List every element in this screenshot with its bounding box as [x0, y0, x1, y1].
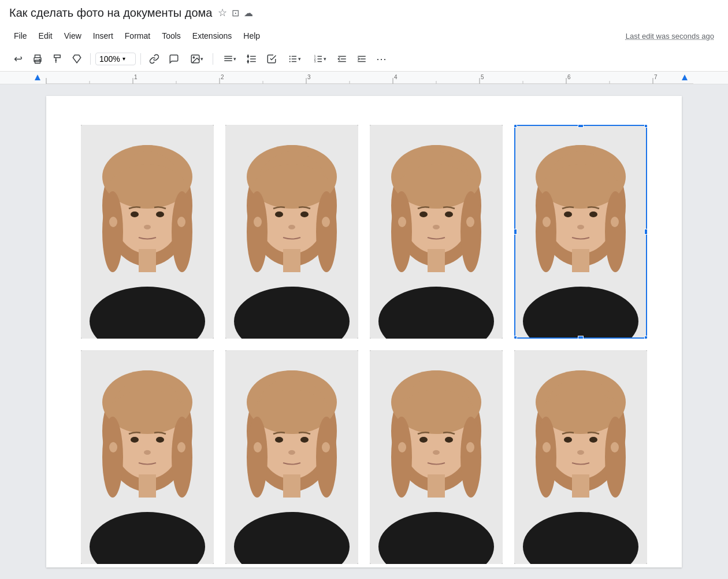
- paint-format-button[interactable]: [49, 50, 66, 68]
- svg-point-64: [177, 217, 185, 227]
- checklist-button[interactable]: [263, 50, 280, 68]
- bullet-list-button[interactable]: ▾: [283, 50, 306, 68]
- photo-cell-7[interactable]: [370, 350, 503, 564]
- svg-point-147: [316, 417, 337, 498]
- copy-format-button[interactable]: [68, 50, 86, 68]
- indent-increase-button[interactable]: [353, 50, 370, 68]
- svg-point-86: [419, 211, 428, 217]
- indent-decrease-button[interactable]: [333, 50, 351, 68]
- svg-point-179: [543, 442, 551, 452]
- photo-grid: ⋮: [69, 113, 659, 576]
- menu-help[interactable]: Help: [239, 29, 265, 43]
- print-button[interactable]: [29, 50, 46, 68]
- resize-handle-tr[interactable]: [644, 125, 647, 128]
- toolbar: ↩ 100% ▾: [0, 46, 728, 72]
- paint-format-icon: [52, 54, 62, 64]
- svg-point-82: [391, 191, 412, 272]
- undo-button[interactable]: ↩: [9, 50, 27, 68]
- svg-point-176: [564, 437, 572, 443]
- image-button[interactable]: ▾: [185, 50, 208, 68]
- menu-file[interactable]: File: [9, 29, 32, 43]
- link-button[interactable]: [146, 50, 163, 68]
- resize-handle-tm[interactable]: [578, 125, 584, 128]
- svg-point-153: [254, 442, 262, 452]
- photo-cell-3[interactable]: [370, 125, 503, 339]
- svg-point-163: [419, 437, 428, 443]
- ordered-list-icon: 1. 2. 3.: [313, 54, 324, 64]
- menu-format[interactable]: Format: [120, 29, 155, 43]
- toolbar-divider-1: [90, 53, 91, 65]
- menu-tools[interactable]: Tools: [157, 29, 185, 43]
- photo-cell-5[interactable]: [81, 350, 214, 564]
- menu-edit[interactable]: Edit: [34, 29, 57, 43]
- svg-rect-58: [139, 249, 156, 272]
- toolbar-divider-3: [213, 53, 213, 65]
- svg-point-133: [102, 417, 123, 498]
- resize-handle-ml[interactable]: [514, 229, 517, 235]
- passport-photo-2: [225, 125, 358, 339]
- bullet-dropdown-icon: ▾: [298, 56, 301, 62]
- align-button[interactable]: ▾: [218, 50, 241, 68]
- photo-cell-1[interactable]: [81, 125, 214, 339]
- title-icons: ☆ ⊡ ☁: [218, 6, 253, 19]
- menu-insert[interactable]: Insert: [88, 29, 118, 43]
- linespacing-icon: [247, 54, 257, 64]
- svg-point-151: [300, 437, 309, 443]
- photo-cell-2[interactable]: [225, 125, 358, 339]
- resize-handle-mr[interactable]: [644, 229, 647, 235]
- resize-handle-tl[interactable]: [514, 125, 517, 128]
- photo-cell-8[interactable]: [514, 350, 647, 564]
- resize-handle-bl[interactable]: [514, 336, 517, 339]
- linespacing-button[interactable]: [243, 50, 261, 68]
- image-icon: [190, 54, 200, 64]
- cloud-icon[interactable]: ☁: [244, 8, 253, 18]
- svg-text:3: 3: [307, 74, 311, 80]
- svg-point-178: [577, 450, 584, 455]
- svg-point-2: [39, 59, 40, 60]
- svg-point-62: [144, 225, 151, 229]
- resize-handle-br[interactable]: [644, 336, 647, 339]
- ruler-left-marker: [35, 75, 40, 80]
- ordered-list-button[interactable]: 1. 2. 3. ▾: [308, 50, 331, 68]
- svg-point-139: [144, 450, 151, 455]
- passport-photo-6: [225, 350, 358, 564]
- star-icon[interactable]: ☆: [218, 6, 227, 19]
- svg-point-87: [445, 211, 453, 217]
- svg-point-138: [156, 437, 164, 443]
- indent-decrease-icon: [337, 54, 347, 64]
- indent-increase-icon: [356, 54, 367, 64]
- svg-text:7: 7: [654, 74, 658, 80]
- toolbar-divider-2: [140, 53, 141, 65]
- link-icon: [149, 54, 159, 64]
- svg-point-15: [289, 58, 290, 59]
- document-area: ⋮: [0, 84, 728, 579]
- folder-icon[interactable]: ⊡: [232, 8, 239, 18]
- zoom-control[interactable]: 100% ▾: [95, 53, 136, 65]
- photo-cell-6[interactable]: [225, 350, 358, 564]
- svg-point-180: [611, 442, 619, 452]
- menu-extensions[interactable]: Extensions: [188, 29, 236, 43]
- align-icon: [223, 55, 233, 63]
- passport-photo-8: [514, 350, 647, 564]
- svg-point-60: [131, 211, 139, 217]
- menu-view[interactable]: View: [60, 29, 86, 43]
- svg-point-75: [288, 225, 295, 229]
- svg-rect-84: [428, 249, 445, 272]
- comment-button[interactable]: [165, 50, 183, 68]
- photo-cell-4-selected[interactable]: ⋮: [514, 125, 647, 339]
- passport-photo-4: [514, 125, 647, 339]
- document-title[interactable]: Как сделать фото на документы дома: [9, 6, 212, 20]
- svg-point-173: [605, 417, 626, 498]
- svg-rect-148: [283, 474, 300, 498]
- svg-point-89: [398, 217, 406, 227]
- svg-point-102: [543, 217, 551, 227]
- svg-text:5: 5: [481, 74, 484, 80]
- zoom-arrow-icon: ▾: [122, 55, 125, 62]
- comment-icon: [169, 54, 179, 64]
- more-options-button[interactable]: ⋯: [373, 50, 390, 68]
- resize-handle-bm[interactable]: [578, 336, 584, 339]
- svg-point-95: [536, 191, 556, 272]
- passport-photo-3: [370, 125, 503, 339]
- passport-photo-1: [81, 125, 214, 339]
- svg-rect-71: [283, 249, 300, 272]
